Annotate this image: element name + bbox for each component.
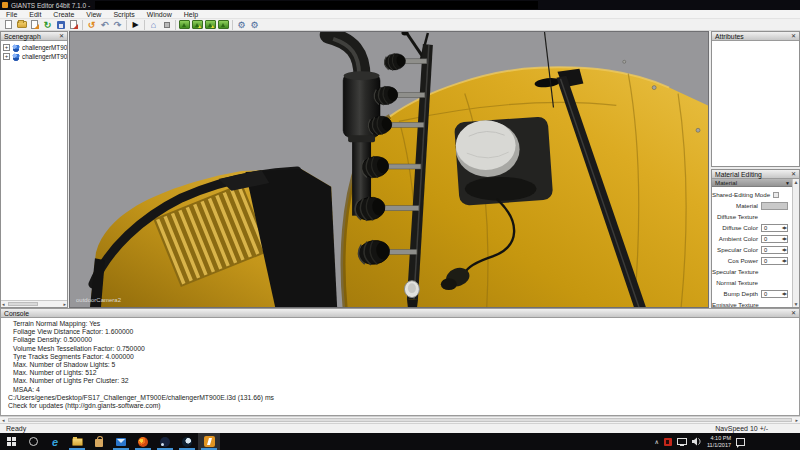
material-vscrollbar[interactable]: ▲ ▼ (792, 179, 799, 307)
ambient-color-input[interactable]: 0◀▶ (761, 235, 788, 243)
scroll-thumb[interactable] (8, 302, 38, 306)
editor-settings-icon[interactable]: ⚙ (235, 19, 248, 31)
start-button[interactable] (0, 433, 22, 450)
scroll-down-icon[interactable]: ▼ (793, 301, 799, 307)
transform-group-icon (12, 44, 20, 52)
firefox-button[interactable] (132, 433, 154, 450)
cos-power-input[interactable]: 0◀▶ (761, 257, 788, 265)
clock-time: 4:10 PM (707, 435, 731, 442)
scroll-right-icon[interactable]: ▸ (63, 301, 66, 307)
steam-button[interactable] (154, 433, 176, 450)
material-swatch[interactable] (761, 202, 788, 210)
menu-view[interactable]: View (80, 11, 107, 18)
store-button[interactable] (88, 433, 110, 450)
scenegraph-title: Scenegraph (4, 33, 41, 40)
nav-speed: NavSpeed 10 +/- (715, 425, 768, 432)
menu-create[interactable]: Create (47, 11, 80, 18)
play-icon[interactable]: ▶ (129, 19, 142, 31)
expand-icon[interactable]: + (3, 53, 10, 60)
attributes-close-icon[interactable]: ✕ (791, 33, 796, 39)
snap-icon[interactable] (160, 19, 173, 31)
terrain-foliage-icon[interactable] (204, 19, 217, 31)
material-section-bar[interactable]: Material ▼ (712, 179, 793, 187)
console-log: Terrain Normal Mapping: Yes Foliage View… (1, 318, 799, 410)
render-settings-icon[interactable]: ⚙ (248, 19, 261, 31)
menu-scripts[interactable]: Scripts (107, 11, 140, 18)
scenegraph-tree: + challengerMT900E + challengerMT900EBac… (1, 41, 67, 61)
taskbar-clock[interactable]: 4:10 PM 11/1/2017 (707, 435, 731, 448)
scenegraph-node[interactable]: + challengerMT900E (3, 43, 67, 52)
save-icon[interactable] (54, 19, 67, 31)
scroll-thumb[interactable] (8, 418, 792, 422)
file-explorer-button[interactable] (66, 433, 88, 450)
scenegraph-hscrollbar[interactable]: ◂ ▸ (1, 300, 67, 307)
console-close-icon[interactable]: ✕ (791, 310, 796, 316)
scroll-up-icon[interactable]: ▲ (793, 179, 799, 185)
material-editing-title: Material Editing (715, 171, 762, 178)
window-title: GIANTS Editor 64bit 7.1.0 - (11, 2, 90, 9)
revert-icon[interactable]: ↺ (85, 19, 98, 31)
new-file-icon[interactable] (2, 19, 15, 31)
terrain-sculpt-icon[interactable] (178, 19, 191, 31)
tray-red-app-icon[interactable] (664, 438, 672, 446)
menu-window[interactable]: Window (141, 11, 178, 18)
toolbar: ↻ ↺ ↶ ↷ ▶ ⌂ ⚙ ⚙ (0, 19, 800, 31)
expand-icon[interactable]: + (3, 44, 10, 51)
redacted-area (95, 1, 538, 9)
spinner-icon[interactable]: ◀▶ (782, 225, 787, 230)
windows-taskbar: e ∧ 4:10 PM 11/1/2017 (0, 433, 800, 450)
bump-depth-input[interactable]: 0◀▶ (761, 290, 788, 298)
scenegraph-close-icon[interactable]: ✕ (59, 33, 64, 39)
menu-file[interactable]: File (0, 11, 23, 18)
diffuse-color-input[interactable]: 0◀▶ (761, 224, 788, 232)
material-editing-close-icon[interactable]: ✕ (791, 171, 796, 177)
terrain-info-layer-icon[interactable] (217, 19, 230, 31)
material-fields: Shared-Editing Mode Material Diffuse Tex… (712, 187, 793, 307)
spinner-icon[interactable]: ◀▶ (782, 236, 787, 241)
viewport-3d-scene (70, 32, 708, 307)
collapse-arrow-icon[interactable]: ▼ (785, 180, 790, 186)
material-editing-header: Material Editing ✕ (712, 170, 799, 179)
action-center-icon[interactable] (736, 438, 745, 446)
edge-button[interactable]: e (44, 433, 66, 450)
viewport-3d[interactable]: outdoorCamera2 (69, 31, 709, 308)
mail-button[interactable] (110, 433, 132, 450)
transform-group-icon (12, 53, 20, 61)
spinner-icon[interactable]: ◀▶ (782, 291, 787, 296)
redo-icon[interactable]: ↷ (111, 19, 124, 31)
dark-app-button[interactable] (176, 433, 198, 450)
attributes-title: Attributes (715, 33, 744, 40)
cortana-button[interactable] (22, 433, 44, 450)
scenegraph-node[interactable]: + challengerMT900EBack (3, 52, 67, 61)
reload-icon[interactable]: ↻ (41, 19, 54, 31)
scroll-left-icon[interactable]: ◂ (2, 301, 5, 307)
console-header: Console ✕ (1, 309, 799, 318)
undo-icon[interactable]: ↶ (98, 19, 111, 31)
export-icon[interactable] (67, 19, 80, 31)
scenegraph-panel: Scenegraph ✕ + challengerMT900E + challe… (0, 31, 68, 308)
specular-color-input[interactable]: 0◀▶ (761, 246, 788, 254)
title-bar: GIANTS Editor 64bit 7.1.0 - (0, 0, 800, 10)
shared-editing-checkbox[interactable] (773, 192, 779, 198)
import-file-icon[interactable] (28, 19, 41, 31)
store-icon (95, 439, 103, 447)
console-hscrollbar[interactable]: ◂ ▸ (0, 416, 800, 423)
firefox-icon (138, 437, 148, 447)
frame-selected-icon[interactable]: ⌂ (147, 19, 160, 31)
terrain-paint-icon[interactable] (191, 19, 204, 31)
network-icon[interactable] (677, 438, 687, 445)
spinner-icon[interactable]: ◀▶ (782, 258, 787, 263)
giants-editor-button[interactable] (198, 433, 220, 450)
speaker-icon[interactable] (692, 437, 702, 446)
system-tray: ∧ 4:10 PM 11/1/2017 (655, 435, 745, 448)
steam-icon (160, 437, 170, 447)
windows-logo-icon (7, 437, 16, 446)
menu-help[interactable]: Help (178, 11, 204, 18)
tray-expand-icon[interactable]: ∧ (655, 438, 659, 445)
attributes-header: Attributes ✕ (712, 32, 799, 41)
open-file-icon[interactable] (15, 19, 28, 31)
menu-edit[interactable]: Edit (23, 11, 47, 18)
right-panels: Attributes ✕ Material Editing ✕ Material… (711, 31, 800, 308)
status-ready: Ready (0, 425, 715, 432)
spinner-icon[interactable]: ◀▶ (782, 247, 787, 252)
